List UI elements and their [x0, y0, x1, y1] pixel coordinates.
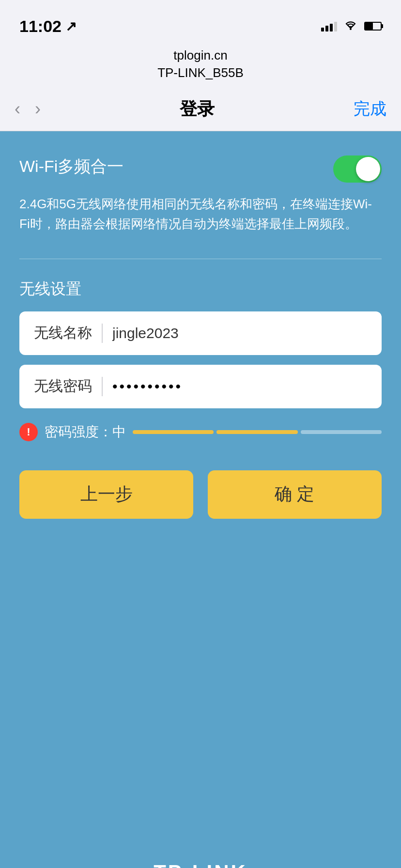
password-label: 无线密码 [34, 376, 92, 396]
action-buttons: 上一步 确 定 [19, 470, 382, 519]
ssid-label: 无线名称 [34, 323, 92, 343]
wifi-description: 2.4G和5G无线网络使用相同的无线名称和密码，在终端连接Wi-Fi时，路由器会… [19, 194, 382, 234]
main-content: Wi-Fi多频合一 2.4G和5G无线网络使用相同的无线名称和密码，在终端连接W… [0, 131, 401, 868]
signal-icon [321, 21, 337, 31]
wifi-multiband-toggle[interactable] [333, 155, 382, 183]
status-bar: 11:02 ↗ [0, 0, 401, 43]
browser-bar: tplogin.cn TP-LINK_B55B [0, 43, 401, 88]
ssid-input[interactable] [112, 325, 367, 341]
nav-arrows: ‹ › [15, 100, 41, 118]
confirm-button[interactable]: 确 定 [208, 470, 382, 519]
browser-url: tplogin.cn [0, 46, 401, 64]
password-strength-label: 密码强度：中 [45, 423, 126, 441]
wifi-multiband-section: Wi-Fi多频合一 [19, 155, 382, 183]
page-title: 登录 [180, 97, 215, 121]
svg-point-0 [350, 28, 352, 30]
back-button[interactable]: 上一步 [19, 470, 193, 519]
warning-icon: ! [19, 423, 38, 441]
status-time: 11:02 ↗ [19, 17, 77, 36]
done-button[interactable]: 完成 [354, 98, 386, 120]
section-divider [19, 259, 382, 259]
password-strength-row: ! 密码强度：中 [19, 423, 382, 441]
input-divider [102, 324, 103, 343]
password-input-divider [102, 377, 103, 396]
battery-icon [364, 22, 382, 31]
wifi-icon [344, 19, 357, 33]
password-input-row: 无线密码 •••••••••• [19, 365, 382, 408]
tp-link-logo: TP-LINK [19, 861, 382, 868]
location-arrow-icon: ↗ [65, 18, 77, 34]
strength-bar-1 [133, 430, 214, 434]
password-strength-bar [133, 430, 382, 434]
browser-ssid: TP-LINK_B55B [0, 64, 401, 81]
status-icons [321, 19, 382, 33]
wireless-settings-title: 无线设置 [19, 279, 382, 300]
wifi-multiband-label: Wi-Fi多频合一 [19, 155, 123, 178]
forward-arrow-button[interactable]: › [35, 100, 41, 118]
toggle-knob [356, 157, 380, 181]
time-label: 11:02 [19, 17, 62, 36]
back-arrow-button[interactable]: ‹ [15, 100, 20, 118]
strength-bar-2 [216, 430, 297, 434]
ssid-input-row: 无线名称 [19, 311, 382, 355]
strength-bar-3 [301, 430, 382, 434]
nav-bar: ‹ › 登录 完成 [0, 88, 401, 131]
password-input[interactable]: •••••••••• [112, 378, 367, 395]
bottom-logo: TP-LINK [19, 832, 382, 868]
